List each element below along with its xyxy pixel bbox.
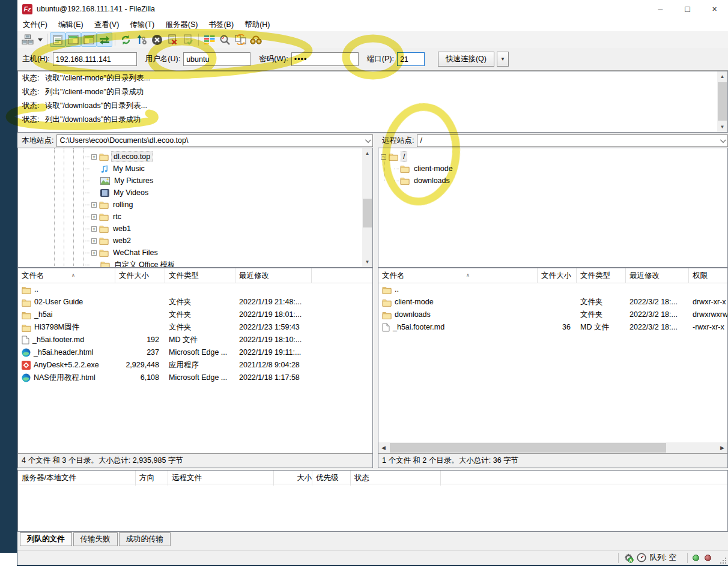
queue-settings-gear-icon[interactable]: A [623, 553, 634, 563]
file-row[interactable]: _h5ai文件夹2022/1/19 18:01:... [18, 309, 372, 321]
maximize-button[interactable]: □ [674, 0, 701, 18]
local-tree-item[interactable]: +web2 [85, 235, 133, 247]
quickconnect-button[interactable]: 快速连接(Q) [438, 52, 494, 67]
expand-toggle-icon[interactable]: + [91, 226, 97, 232]
local-tree-item[interactable]: My Music [85, 163, 147, 175]
queue-column-header-3[interactable]: 大小 [274, 471, 312, 486]
queue-column-header-5[interactable]: 状态 [351, 471, 441, 486]
toggle-local-tree-button[interactable] [65, 32, 81, 47]
log-scrollbar[interactable]: ▲ ▼ [717, 71, 727, 132]
expand-toggle-icon[interactable]: + [91, 214, 97, 220]
column-header-1[interactable]: 文件大小 [115, 268, 165, 283]
column-header-3[interactable]: 最近修改 [235, 268, 312, 283]
file-row[interactable]: AnyDesk+5.2.2.exe2,929,448应用程序2021/12/8 … [18, 359, 372, 372]
column-header-4[interactable]: 权限 [689, 268, 728, 283]
remote-scrollbar-thumb[interactable] [390, 443, 666, 453]
file-row[interactable]: .. [378, 283, 727, 296]
local-tree-item[interactable]: My Videos [85, 187, 150, 199]
menu-item-4[interactable]: 服务器(S) [160, 18, 203, 31]
expand-toggle-icon[interactable]: + [91, 250, 97, 256]
file-row[interactable]: client-mode文件夹2022/3/2 18:...drwxr-xr-x [378, 296, 727, 309]
menu-item-1[interactable]: 编辑(E) [53, 18, 89, 31]
queue-column-header-4[interactable]: 优先级 [312, 471, 351, 486]
menu-item-2[interactable]: 查看(V) [89, 18, 125, 31]
column-header-0[interactable]: 文件名∧ [378, 268, 538, 283]
local-tree-item[interactable]: +rolling [85, 199, 135, 211]
remote-tree-item[interactable]: −/ [381, 151, 407, 163]
reconnect-button[interactable] [180, 32, 196, 47]
scroll-down-icon[interactable]: ▼ [717, 122, 727, 132]
directory-comparison-button[interactable] [201, 32, 217, 47]
file-row[interactable]: .. [18, 283, 372, 296]
menu-item-5[interactable]: 书签(B) [203, 18, 239, 31]
expand-toggle-icon[interactable]: + [91, 238, 97, 244]
chevron-down-icon[interactable] [365, 137, 371, 143]
disconnect-button[interactable] [165, 32, 180, 47]
local-tree-scrollbar-thumb[interactable] [363, 199, 372, 227]
local-tree-item[interactable]: My Pictures [85, 175, 155, 187]
host-input[interactable] [53, 52, 137, 66]
username-input[interactable] [183, 52, 250, 66]
site-manager-dropdown-button[interactable] [35, 32, 44, 47]
local-tree-scrollbar[interactable]: ▲ ▼ [362, 148, 372, 267]
column-header-3[interactable]: 最近修改 [626, 268, 689, 283]
file-size-cell [115, 283, 165, 296]
remote-tree-item[interactable]: client-mode [394, 163, 455, 175]
queue-column-header-0[interactable]: 服务器/本地文件 [18, 471, 136, 486]
cancel-operation-button[interactable] [149, 32, 165, 47]
expand-toggle-icon[interactable]: + [91, 202, 97, 208]
file-row[interactable]: _h5ai.header.html237Microsoft Edge ...20… [18, 346, 372, 359]
queue-tab-2[interactable]: 成功的传输 [119, 532, 171, 546]
synchronized-browsing-button[interactable] [232, 32, 248, 47]
speed-limit-gauge-icon[interactable] [637, 553, 646, 562]
quickconnect-dropdown-button[interactable]: ▼ [497, 52, 509, 67]
column-header-1[interactable]: 文件大小 [538, 268, 577, 283]
chevron-down-icon[interactable] [720, 137, 726, 143]
local-path-combobox[interactable]: C:\Users\ecoo\Documents\dl.ecoo.top\ [56, 134, 373, 147]
scroll-up-icon[interactable]: ▲ [717, 71, 727, 82]
menu-item-6[interactable]: 帮助(H) [239, 18, 275, 31]
filter-button[interactable] [248, 32, 264, 47]
local-tree-item[interactable]: +WeChat Files [85, 247, 160, 259]
resize-grip[interactable] [719, 556, 727, 564]
password-input[interactable] [291, 52, 359, 66]
toggle-transfer-queue-button[interactable] [97, 32, 112, 47]
port-input[interactable] [397, 52, 425, 66]
file-row[interactable]: _h5ai.footer.md36MD 文件2022/3/2 18:...-rw… [378, 321, 727, 334]
scroll-left-icon[interactable]: ◀ [378, 442, 389, 453]
scroll-up-icon[interactable]: ▲ [362, 148, 372, 158]
remote-tree-item[interactable]: downloads [394, 175, 452, 187]
process-queue-button[interactable] [133, 32, 149, 47]
column-header-2[interactable]: 文件类型 [577, 268, 626, 283]
scroll-down-icon[interactable]: ▼ [362, 257, 372, 267]
menu-item-0[interactable]: 文件(F) [17, 18, 53, 31]
local-tree-item[interactable]: +rtc [85, 211, 123, 223]
menu-item-3[interactable]: 传输(T) [124, 18, 160, 31]
file-row[interactable]: _h5ai.footer.md192MD 文件2022/1/19 18:10:.… [18, 334, 372, 346]
site-manager-button[interactable] [20, 32, 35, 47]
remote-horizontal-scrollbar[interactable]: ◀ ▶ [378, 442, 727, 453]
scroll-right-icon[interactable]: ▶ [717, 442, 727, 453]
refresh-button[interactable] [118, 32, 133, 47]
queue-tab-0[interactable]: 列队的文件 [20, 532, 72, 546]
local-tree-item[interactable]: +web1 [85, 223, 133, 235]
remote-path-combobox[interactable]: / [417, 134, 728, 147]
queue-column-header-1[interactable]: 方向 [136, 471, 168, 486]
column-header-2[interactable]: 文件类型 [165, 268, 235, 283]
find-files-button[interactable] [217, 32, 232, 47]
local-tree-item[interactable]: +dl.ecoo.top [85, 151, 153, 163]
column-header-0[interactable]: 文件名∧ [18, 268, 115, 283]
queue-tab-1[interactable]: 传输失败 [73, 532, 118, 546]
toggle-remote-tree-button[interactable] [81, 32, 97, 47]
file-row[interactable]: 02-User Guide文件夹2022/1/19 21:48:... [18, 296, 372, 309]
log-scrollbar-thumb[interactable] [718, 82, 727, 121]
local-tree-item[interactable]: 自定义 Office 模板 [85, 259, 177, 268]
minimize-button[interactable]: – [647, 0, 674, 18]
expand-toggle-icon[interactable]: + [91, 154, 97, 160]
close-button[interactable]: × [701, 0, 728, 18]
toggle-message-log-button[interactable] [50, 32, 65, 47]
file-row[interactable]: Hi3798M固件文件夹2022/1/23 1:59:43 [18, 321, 372, 334]
file-row[interactable]: downloads文件夹2022/3/2 18:...drwxrwxrwx [378, 309, 727, 321]
file-row[interactable]: NAS使用教程.html6,108Microsoft Edge ...2022/… [18, 372, 372, 384]
queue-column-header-2[interactable]: 远程文件 [168, 471, 274, 486]
